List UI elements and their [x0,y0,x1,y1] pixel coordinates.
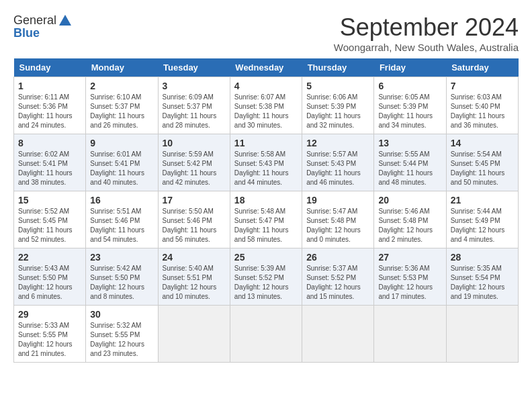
day-info: Sunrise: 5:55 AMSunset: 5:44 PMDaylight:… [378,150,441,187]
logo-blue: Blue [13,27,40,40]
calendar-table: SundayMondayTuesdayWednesdayThursdayFrid… [13,58,519,363]
calendar-cell: 23Sunrise: 5:42 AMSunset: 5:50 PMDayligh… [86,248,158,306]
day-number: 18 [234,195,298,205]
day-info: Sunrise: 5:54 AMSunset: 5:45 PMDaylight:… [451,150,514,187]
day-info: Sunrise: 5:57 AMSunset: 5:43 PMDaylight:… [306,150,369,187]
calendar-row: 29Sunrise: 5:33 AMSunset: 5:55 PMDayligh… [14,306,519,363]
day-number: 14 [451,138,514,148]
day-number: 21 [451,195,514,205]
calendar-cell: 9Sunrise: 6:01 AMSunset: 5:41 PMDaylight… [86,134,158,191]
day-info: Sunrise: 5:59 AMSunset: 5:42 PMDaylight:… [163,150,226,187]
calendar-cell: 25Sunrise: 5:39 AMSunset: 5:52 PMDayligh… [230,248,302,306]
day-info: Sunrise: 5:52 AMSunset: 5:45 PMDaylight:… [18,207,81,244]
calendar-cell: 4Sunrise: 6:07 AMSunset: 5:38 PMDaylight… [230,77,302,134]
day-info: Sunrise: 5:48 AMSunset: 5:47 PMDaylight:… [234,207,298,244]
day-number: 28 [451,252,514,263]
calendar-cell: 15Sunrise: 5:52 AMSunset: 5:45 PMDayligh… [14,191,86,248]
col-header-sunday: Sunday [14,58,86,77]
calendar-cell [230,306,302,363]
day-number: 30 [90,309,153,320]
calendar-cell: 13Sunrise: 5:55 AMSunset: 5:44 PMDayligh… [374,134,446,191]
day-number: 27 [378,252,441,263]
calendar-cell: 30Sunrise: 5:32 AMSunset: 5:55 PMDayligh… [86,306,158,363]
calendar-cell: 6Sunrise: 6:05 AMSunset: 5:39 PMDaylight… [374,77,446,134]
day-info: Sunrise: 6:10 AMSunset: 5:37 PMDaylight:… [90,93,153,130]
day-info: Sunrise: 5:35 AMSunset: 5:54 PMDaylight:… [451,264,514,302]
col-header-thursday: Thursday [302,58,374,77]
day-number: 26 [306,252,369,263]
day-number: 1 [18,81,81,91]
calendar-cell [302,306,374,363]
calendar-cell: 28Sunrise: 5:35 AMSunset: 5:54 PMDayligh… [446,248,518,306]
col-header-wednesday: Wednesday [230,58,302,77]
day-number: 24 [163,252,226,263]
day-info: Sunrise: 5:46 AMSunset: 5:48 PMDaylight:… [378,207,441,244]
calendar-cell: 17Sunrise: 5:50 AMSunset: 5:46 PMDayligh… [158,191,230,248]
day-info: Sunrise: 5:40 AMSunset: 5:51 PMDaylight:… [163,264,226,302]
day-info: Sunrise: 6:01 AMSunset: 5:41 PMDaylight:… [90,150,153,187]
calendar-cell: 20Sunrise: 5:46 AMSunset: 5:48 PMDayligh… [374,191,446,248]
day-info: Sunrise: 5:44 AMSunset: 5:49 PMDaylight:… [451,207,514,244]
day-number: 2 [90,81,153,91]
day-number: 22 [18,252,81,263]
day-number: 11 [234,138,298,148]
day-number: 29 [18,309,81,320]
day-number: 16 [90,195,153,205]
calendar-cell: 1Sunrise: 6:11 AMSunset: 5:36 PMDaylight… [14,77,86,134]
day-info: Sunrise: 6:06 AMSunset: 5:39 PMDaylight:… [306,93,369,130]
day-info: Sunrise: 5:33 AMSunset: 5:55 PMDaylight:… [18,321,81,359]
col-header-friday: Friday [374,58,446,77]
calendar-row: 15Sunrise: 5:52 AMSunset: 5:45 PMDayligh… [14,191,519,248]
calendar-cell: 26Sunrise: 5:37 AMSunset: 5:52 PMDayligh… [302,248,374,306]
month-title: September 2024 [334,13,519,42]
title-section: September 2024 Woongarrah, New South Wal… [334,13,519,53]
day-number: 8 [18,138,81,148]
day-info: Sunrise: 6:05 AMSunset: 5:39 PMDaylight:… [378,93,441,130]
day-number: 15 [18,195,81,205]
location-title: Woongarrah, New South Wales, Australia [334,42,519,53]
svg-marker-0 [59,15,71,26]
day-info: Sunrise: 5:36 AMSunset: 5:53 PMDaylight:… [378,264,441,302]
day-info: Sunrise: 6:07 AMSunset: 5:38 PMDaylight:… [234,93,298,130]
day-number: 23 [90,252,153,263]
header: General Blue September 2024 Woongarrah, … [13,13,519,53]
logo-general: General [13,14,56,28]
day-info: Sunrise: 5:47 AMSunset: 5:48 PMDaylight:… [306,207,369,244]
logo: General Blue [13,13,73,40]
calendar-cell [158,306,230,363]
day-number: 17 [163,195,226,205]
calendar-cell: 5Sunrise: 6:06 AMSunset: 5:39 PMDaylight… [302,77,374,134]
calendar-cell: 12Sunrise: 5:57 AMSunset: 5:43 PMDayligh… [302,134,374,191]
day-info: Sunrise: 5:51 AMSunset: 5:46 PMDaylight:… [90,207,153,244]
calendar-cell: 3Sunrise: 6:09 AMSunset: 5:37 PMDaylight… [158,77,230,134]
header-row: SundayMondayTuesdayWednesdayThursdayFrid… [14,58,519,77]
day-number: 6 [378,81,441,91]
day-info: Sunrise: 6:11 AMSunset: 5:36 PMDaylight:… [18,93,81,130]
calendar-cell: 21Sunrise: 5:44 AMSunset: 5:49 PMDayligh… [446,191,518,248]
day-number: 12 [306,138,369,148]
day-number: 20 [378,195,441,205]
calendar-row: 8Sunrise: 6:02 AMSunset: 5:41 PMDaylight… [14,134,519,191]
day-info: Sunrise: 5:42 AMSunset: 5:50 PMDaylight:… [90,264,153,302]
col-header-tuesday: Tuesday [158,58,230,77]
calendar-cell: 24Sunrise: 5:40 AMSunset: 5:51 PMDayligh… [158,248,230,306]
col-header-monday: Monday [86,58,158,77]
day-info: Sunrise: 5:58 AMSunset: 5:43 PMDaylight:… [234,150,298,187]
day-info: Sunrise: 5:43 AMSunset: 5:50 PMDaylight:… [18,264,81,302]
day-number: 19 [306,195,369,205]
calendar-cell: 19Sunrise: 5:47 AMSunset: 5:48 PMDayligh… [302,191,374,248]
calendar-cell: 7Sunrise: 6:03 AMSunset: 5:40 PMDaylight… [446,77,518,134]
day-info: Sunrise: 6:03 AMSunset: 5:40 PMDaylight:… [451,93,514,130]
calendar-cell [446,306,518,363]
calendar-cell: 18Sunrise: 5:48 AMSunset: 5:47 PMDayligh… [230,191,302,248]
col-header-saturday: Saturday [446,58,518,77]
logo-icon [58,13,73,28]
day-info: Sunrise: 6:09 AMSunset: 5:37 PMDaylight:… [163,93,226,130]
calendar-row: 22Sunrise: 5:43 AMSunset: 5:50 PMDayligh… [14,248,519,306]
calendar-cell: 2Sunrise: 6:10 AMSunset: 5:37 PMDaylight… [86,77,158,134]
calendar-cell: 14Sunrise: 5:54 AMSunset: 5:45 PMDayligh… [446,134,518,191]
day-number: 13 [378,138,441,148]
day-number: 25 [234,252,298,263]
day-info: Sunrise: 5:39 AMSunset: 5:52 PMDaylight:… [234,264,298,302]
calendar-cell: 11Sunrise: 5:58 AMSunset: 5:43 PMDayligh… [230,134,302,191]
